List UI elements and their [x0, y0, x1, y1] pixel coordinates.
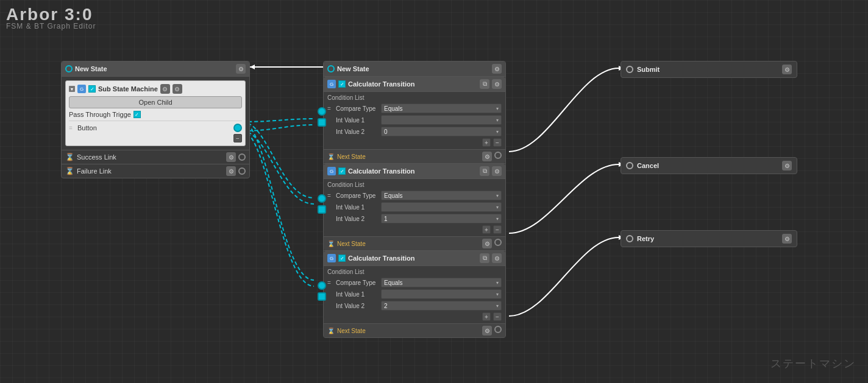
pm-row-2: + − [327, 225, 502, 234]
success-link-circle [238, 153, 246, 161]
calc-checkbox-1[interactable]: ✓ [338, 80, 346, 88]
logo-subtitle: FSM & BT Graph Editor [6, 22, 96, 30]
minus-btn-3[interactable]: − [493, 312, 502, 321]
minus-btn-2[interactable]: − [493, 225, 502, 234]
pm-row-1: + − [327, 138, 502, 147]
g-icon: G [77, 85, 86, 93]
compare-type-row-3: = Compare Type Equals ▾ [327, 278, 502, 287]
connector-in-1b [318, 118, 326, 127]
retry-gear[interactable]: ⚙ [782, 234, 792, 244]
compare-input-1[interactable]: Equals ▾ [381, 104, 502, 113]
button-section: = Button − [69, 121, 242, 142]
calc-checkbox-2[interactable]: ✓ [338, 167, 346, 175]
calc-title-2: Calculator Transition [348, 167, 477, 175]
cancel-node: Cancel ⚙ [621, 157, 797, 174]
calc-header-3: G ✓ Calculator Transition ⧉ ⚙ [324, 251, 505, 266]
next-state-label-2: ⌛ Next State [327, 241, 366, 247]
eq-1: = [327, 105, 333, 112]
sub-state-gear[interactable]: ⚙ [160, 84, 170, 94]
pass-through-row: Pass Through Trigge ✓ [69, 111, 242, 118]
left-connectors-2 [318, 194, 326, 214]
minus-btn-1[interactable]: − [493, 138, 502, 147]
int-val2-row-3: Int Value 2 2 ▾ [327, 301, 502, 311]
sub-state-gear2[interactable]: ⚙ [173, 84, 182, 94]
calc-header-2: G ✓ Calculator Transition ⧉ ⚙ [324, 164, 505, 179]
pass-through-label: Pass Through Trigge [69, 111, 131, 118]
compare-label-1: Compare Type [336, 105, 379, 112]
next-state-gear-2[interactable]: ⚙ [482, 239, 492, 248]
compare-type-row-2: = Compare Type Equals ▾ [327, 191, 502, 200]
pass-through-checkbox[interactable]: ✓ [133, 111, 141, 118]
success-link-icon: ⌛ [65, 153, 74, 161]
connector-in-2a [318, 194, 326, 203]
calc-body-3: Condition List = Compare Type Equals ▾ I… [324, 266, 505, 323]
minus-button[interactable]: − [233, 134, 242, 142]
int-val1-input-2[interactable]: ▾ [381, 202, 502, 212]
gear-button-1[interactable]: ⚙ [236, 64, 246, 74]
next-state-gear-3[interactable]: ⚙ [482, 326, 492, 336]
calc-transition-2: G ✓ Calculator Transition ⧉ ⚙ Condition … [324, 164, 505, 251]
open-child-button[interactable]: Open Child [69, 96, 242, 108]
int-val1-row-1: Int Value 1 ▾ [327, 115, 502, 125]
int-val2-input-3[interactable]: 2 ▾ [381, 301, 502, 311]
int-val2-value-1: 0 [384, 128, 388, 135]
int-val2-input-1[interactable]: 0 ▾ [381, 127, 502, 136]
enabled-checkbox[interactable]: ✓ [88, 85, 96, 93]
cancel-gear[interactable]: ⚙ [782, 161, 792, 170]
submit-icon [626, 66, 633, 73]
success-link-gear[interactable]: ⚙ [226, 152, 236, 162]
g-icon-1: G [327, 80, 336, 88]
gear-button-2[interactable]: ⚙ [492, 64, 502, 74]
plus-btn-2[interactable]: + [482, 225, 491, 234]
equals-icon: = [69, 125, 75, 132]
calc-copy-3[interactable]: ⧉ [480, 253, 489, 263]
int-val1-row-2: Int Value 1 ▾ [327, 202, 502, 212]
connector-in-3a [318, 281, 326, 290]
retry-node: Retry ⚙ [621, 230, 797, 247]
calc-copy-2[interactable]: ⧉ [480, 166, 489, 176]
next-state-bar-2: ⌛ Next State ⚙ [324, 236, 505, 250]
compare-value-1: Equals [384, 105, 403, 112]
int-val1-input-1[interactable]: ▾ [381, 115, 502, 125]
submit-gear[interactable]: ⚙ [782, 65, 792, 74]
calc-gear-2[interactable]: ⚙ [492, 166, 502, 176]
button-row: = Button [69, 124, 242, 132]
int-val2-input-2[interactable]: 1 ▾ [381, 214, 502, 223]
condition-list-2: Condition List [327, 181, 502, 188]
calc-copy-1[interactable]: ⧉ [480, 79, 489, 89]
calc-gear-1[interactable]: ⚙ [492, 79, 502, 89]
next-state-gear-1[interactable]: ⚙ [482, 152, 492, 161]
calc-checkbox-3[interactable]: ✓ [338, 255, 346, 262]
failure-link-icon: ⌛ [65, 167, 74, 175]
failure-link-gear[interactable]: ⚙ [226, 166, 236, 176]
calc-body-2: Condition List = Compare Type Equals ▾ I… [324, 179, 505, 236]
compare-input-2[interactable]: Equals ▾ [381, 191, 502, 200]
collapse-icon[interactable]: ▼ [69, 86, 75, 92]
calc-transition-3: G ✓ Calculator Transition ⧉ ⚙ Condition … [324, 251, 505, 337]
calc-header-1: G ✓ Calculator Transition ⧉ ⚙ [324, 77, 505, 92]
connector-in-3b [318, 292, 326, 301]
int-val1-input-3[interactable]: ▾ [381, 289, 502, 299]
submit-node: Submit ⚙ [621, 61, 797, 78]
watermark-text: ステートマシン [770, 356, 856, 371]
calc-gear-3[interactable]: ⚙ [492, 253, 502, 263]
calc-transition-1: G ✓ Calculator Transition ⧉ ⚙ Condition … [324, 77, 505, 164]
next-state-circle-3 [494, 326, 502, 333]
sub-state-machine: ▼ G ✓ Sub State Machine ⚙ ⚙ Open Child P… [65, 80, 246, 146]
g-icon-2: G [327, 167, 336, 175]
svg-marker-1 [250, 65, 255, 69]
compare-input-3[interactable]: Equals ▾ [381, 278, 502, 287]
button-label: Button [77, 124, 231, 132]
calc-body-1: Condition List = Compare Type Equals ▾ I… [324, 92, 505, 149]
plus-btn-3[interactable]: + [482, 312, 491, 321]
node-title-1: New State [75, 65, 233, 72]
next-state-label-1: ⌛ Next State [327, 153, 366, 160]
failure-link-circle [238, 167, 246, 175]
left-connectors-1 [318, 107, 326, 127]
state-icon-2 [327, 65, 335, 72]
plus-btn-1[interactable]: + [482, 138, 491, 147]
logo-area: Arbor 3:0 FSM & BT Graph Editor [6, 5, 96, 30]
g-icon-3: G [327, 254, 336, 262]
submit-title: Submit [637, 66, 778, 73]
success-link-label: Success Link [77, 153, 224, 161]
